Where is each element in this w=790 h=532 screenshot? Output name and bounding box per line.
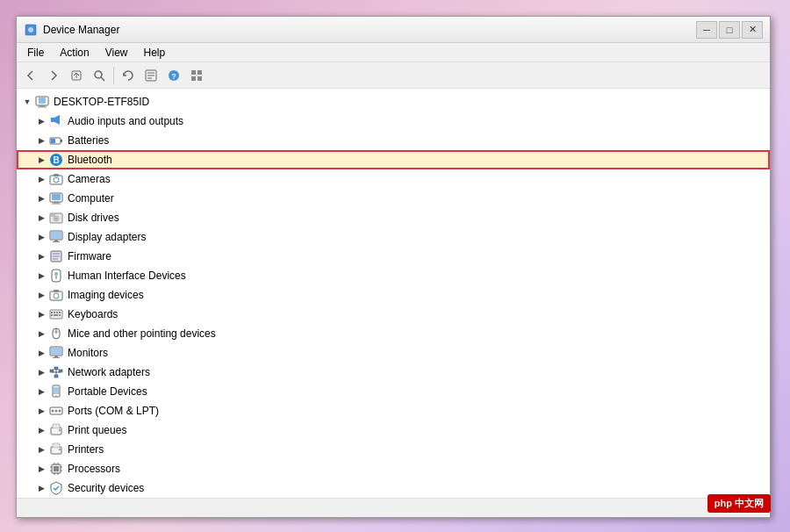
item-chevron xyxy=(34,385,48,399)
item-chevron xyxy=(34,404,48,418)
toolbar-back-button[interactable] xyxy=(20,65,41,86)
item-chevron xyxy=(34,481,48,495)
menu-action[interactable]: Action xyxy=(53,45,96,61)
svg-point-50 xyxy=(54,293,59,298)
tree-view[interactable]: DESKTOP-ETF85ID Audio inputs and outputs… xyxy=(17,89,770,498)
toolbar-search-button[interactable] xyxy=(89,65,110,86)
hid-icon xyxy=(48,268,64,284)
toolbar-properties-button[interactable] xyxy=(140,65,162,86)
item-chevron xyxy=(34,327,48,341)
item-label: Security devices xyxy=(68,482,144,494)
svg-rect-68 xyxy=(54,367,58,370)
svg-rect-83 xyxy=(53,424,60,428)
svg-rect-31 xyxy=(52,194,61,200)
svg-rect-13 xyxy=(191,76,196,81)
svg-rect-18 xyxy=(38,107,47,108)
tree-item[interactable]: Audio inputs and outputs xyxy=(17,111,770,131)
mouse-icon xyxy=(48,326,64,341)
svg-rect-14 xyxy=(198,76,202,81)
svg-point-3 xyxy=(95,71,102,78)
port-icon xyxy=(48,403,64,419)
tree-item[interactable]: Human Interface Devices xyxy=(17,266,770,285)
item-chevron xyxy=(34,191,48,205)
svg-line-4 xyxy=(101,77,104,81)
network-icon xyxy=(48,364,64,380)
disk-icon xyxy=(48,210,64,226)
svg-rect-51 xyxy=(54,290,59,292)
item-chevron xyxy=(34,346,48,360)
item-chevron xyxy=(34,442,48,457)
item-chevron xyxy=(34,365,48,379)
tree-item[interactable]: Imaging devices xyxy=(17,285,770,305)
item-chevron xyxy=(34,269,48,283)
tree-root[interactable]: DESKTOP-ETF85ID xyxy=(17,92,770,111)
toolbar-help-button[interactable]: ? xyxy=(163,65,184,86)
security-icon xyxy=(48,480,64,496)
tree-item[interactable]: Security devices xyxy=(17,478,770,498)
window-icon xyxy=(24,23,38,37)
close-button[interactable]: ✕ xyxy=(742,21,763,39)
tree-item[interactable]: Display adapters xyxy=(17,227,770,247)
item-label: Keyboards xyxy=(68,308,118,320)
toolbar-extra-button[interactable] xyxy=(186,65,207,86)
svg-rect-54 xyxy=(54,312,55,313)
item-label: Processors xyxy=(68,463,120,475)
camera-icon xyxy=(48,287,64,303)
tree-item[interactable]: Network adapters xyxy=(17,363,770,382)
svg-point-1 xyxy=(28,27,33,32)
tree-item[interactable]: Monitors xyxy=(17,343,770,363)
toolbar: ? xyxy=(17,62,770,89)
toolbar-up-button[interactable] xyxy=(66,65,87,86)
item-label: Imaging devices xyxy=(68,289,144,301)
svg-point-80 xyxy=(55,410,58,413)
tree-item[interactable]: Portable Devices xyxy=(17,382,770,401)
print-icon xyxy=(48,422,64,438)
tree-item[interactable]: Keyboards xyxy=(17,305,770,324)
svg-point-36 xyxy=(55,218,57,219)
root-chevron xyxy=(20,95,34,109)
tree-item[interactable]: Mice and other pointing devices xyxy=(17,324,770,343)
toolbar-forward-button[interactable] xyxy=(43,65,64,86)
tree-item[interactable]: BBluetooth xyxy=(17,150,770,169)
minimize-button[interactable]: ─ xyxy=(696,21,717,39)
svg-rect-59 xyxy=(59,314,61,316)
svg-rect-55 xyxy=(56,312,58,313)
status-bar xyxy=(17,498,770,517)
item-label: Bluetooth xyxy=(68,154,112,166)
item-label: Cameras xyxy=(68,173,111,185)
svg-rect-84 xyxy=(53,431,60,434)
item-label: Print queues xyxy=(68,424,126,436)
maximize-button[interactable]: □ xyxy=(719,21,740,39)
svg-text:B: B xyxy=(53,155,59,165)
tree-item[interactable]: Printers xyxy=(17,440,770,459)
tree-item[interactable]: Print queues xyxy=(17,421,770,440)
item-chevron xyxy=(34,133,48,147)
cpu-icon xyxy=(48,461,64,477)
tree-item[interactable]: Cameras xyxy=(17,169,770,189)
bluetooth-icon: B xyxy=(48,152,64,168)
toolbar-refresh-button[interactable] xyxy=(118,65,139,86)
item-chevron xyxy=(34,211,48,225)
svg-rect-32 xyxy=(54,202,59,204)
tree-item[interactable]: Batteries xyxy=(17,131,770,150)
firmware-icon xyxy=(48,248,64,264)
menu-view[interactable]: View xyxy=(98,45,135,61)
item-chevron xyxy=(34,153,48,167)
item-chevron xyxy=(34,288,48,302)
item-label: Network adapters xyxy=(68,366,150,378)
tree-item[interactable]: Processors xyxy=(17,459,770,478)
item-label: Batteries xyxy=(68,134,109,147)
tree-item[interactable]: Firmware xyxy=(17,247,770,266)
svg-point-89 xyxy=(59,449,61,450)
tree-item[interactable]: Computer xyxy=(17,189,770,208)
item-chevron xyxy=(34,423,48,437)
svg-point-81 xyxy=(59,410,61,413)
menu-file[interactable]: File xyxy=(20,45,51,61)
svg-rect-29 xyxy=(54,174,59,176)
item-chevron xyxy=(34,307,48,321)
tree-item[interactable]: Ports (COM & LPT) xyxy=(17,401,770,421)
item-label: Display adapters xyxy=(68,231,146,243)
menu-help[interactable]: Help xyxy=(137,45,173,61)
tree-item[interactable]: Disk drives xyxy=(17,208,770,227)
svg-rect-53 xyxy=(51,312,53,313)
